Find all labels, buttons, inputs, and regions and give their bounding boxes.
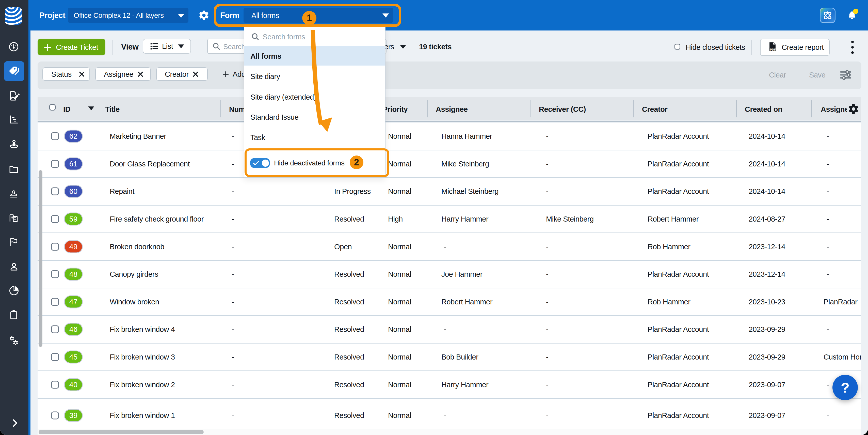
svg-text:PDF: PDF xyxy=(770,48,776,51)
